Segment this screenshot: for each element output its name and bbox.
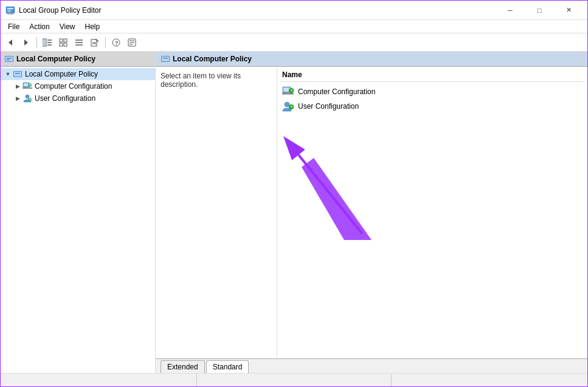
svg-rect-32 [7,60,10,61]
svg-rect-53 [286,93,290,94]
tree-item-computer-config[interactable]: ▶ Computer Configuration [1,80,155,92]
properties-icon [128,38,136,47]
status-bar [1,373,587,386]
menu-action[interactable]: Action [24,21,54,32]
items-panel: Name [277,67,587,358]
computer-config-icon [282,86,294,98]
toolbar-separator-2 [105,37,106,48]
svg-rect-37 [24,83,29,86]
menu-view[interactable]: View [55,21,80,32]
description-prompt: Select an item to view its description. [161,72,241,89]
window-controls: ─ □ ✕ [496,1,583,20]
left-panel-header: Local Computer Policy [1,52,155,67]
tree-label-user-config: User Configuration [35,94,95,103]
bottom-tabs: Extended Standard [156,358,587,373]
expand-root[interactable]: ▼ [3,69,13,79]
svg-rect-34 [14,72,21,77]
show-tree-button[interactable] [40,36,55,49]
computer-config-tree-icon [22,81,32,91]
view1-icon [59,38,67,47]
tree-label-root: Local Computer Policy [25,70,98,78]
svg-rect-35 [15,73,20,74]
tree-item-user-config[interactable]: ▶ User Configuration [1,92,155,104]
view2-button[interactable] [72,36,86,49]
right-panel: Local Computer Policy Select an item to … [156,52,587,373]
expand-computer-config[interactable]: ▶ [13,81,22,91]
menu-bar: File Action View Help [1,20,587,33]
user-config-icon [282,100,294,112]
properties-button[interactable] [125,36,139,49]
svg-point-57 [285,102,289,107]
toolbar: ? [1,33,587,52]
svg-point-43 [26,95,29,98]
maximize-button[interactable]: □ [525,1,553,20]
tab-extended[interactable]: Extended [161,360,205,373]
show-tree-icon [43,38,52,47]
back-button[interactable] [3,36,18,49]
main-window: Local Group Policy Editor ─ □ ✕ File Act… [0,0,588,387]
app-icon [5,5,15,15]
minimize-button[interactable]: ─ [496,1,524,20]
export-button[interactable] [88,36,102,49]
menu-help[interactable]: Help [80,21,105,32]
help-icon: ? [112,38,120,47]
back-icon [6,38,15,47]
svg-rect-3 [7,11,10,12]
svg-rect-48 [162,57,169,61]
svg-rect-9 [43,39,46,46]
svg-rect-49 [163,58,168,59]
main-area: Local Computer Policy ▼ Local Computer P… [1,52,587,373]
svg-rect-14 [64,39,67,42]
svg-text:?: ? [115,40,119,46]
svg-rect-5 [7,13,13,14]
view2-icon [75,38,83,47]
right-panel-body: Select an item to view its description. … [156,67,587,373]
toolbar-separator-1 [36,37,37,48]
user-config-tree-icon [22,94,32,103]
svg-rect-31 [7,58,12,59]
menu-file[interactable]: File [3,21,24,32]
right-header-icon [161,54,170,64]
left-panel: Local Computer Policy ▼ Local Computer P… [1,52,156,373]
window-title: Local Group Policy Editor [19,6,496,15]
view1-button[interactable] [56,36,71,49]
right-panel-title: Local Computer Policy [173,55,252,63]
svg-rect-1 [7,8,13,9]
svg-marker-6 [9,39,12,46]
svg-rect-39 [26,87,29,88]
expand-user-config[interactable]: ▶ [13,94,22,103]
item-label-user-config: User Configuration [298,102,359,111]
item-row-computer-config[interactable]: Computer Configuration [280,84,585,99]
item-label-computer-config: Computer Configuration [298,87,375,96]
svg-rect-2 [7,10,12,11]
description-panel: Select an item to view its description. [156,67,277,358]
status-section-2 [197,374,391,386]
svg-marker-7 [24,39,28,46]
tab-standard[interactable]: Standard [206,360,249,373]
right-content: Select an item to view its description. … [156,67,587,358]
tree-label-computer-config: Computer Configuration [35,82,112,91]
status-section-3 [392,374,585,386]
svg-rect-15 [60,43,63,46]
status-section-1 [3,374,197,386]
svg-rect-13 [60,39,63,42]
forward-icon [22,38,30,47]
right-panel-header: Local Computer Policy [156,52,587,67]
forward-button[interactable] [19,36,33,49]
export-icon [91,38,99,47]
policy-header-icon [4,54,14,64]
svg-rect-30 [5,57,13,61]
left-panel-title: Local Computer Policy [16,55,95,63]
svg-rect-16 [64,43,67,46]
computer-policy-icon [13,69,22,79]
close-button[interactable]: ✕ [555,1,583,20]
tree-item-root[interactable]: ▼ Local Computer Policy [1,68,155,80]
name-column-header: Name [280,69,585,82]
title-bar: Local Group Policy Editor ─ □ ✕ [1,1,587,20]
item-row-user-config[interactable]: User Configuration [280,99,585,114]
tree-area: ▼ Local Computer Policy ▶ [1,67,155,373]
help-button[interactable]: ? [109,36,123,49]
